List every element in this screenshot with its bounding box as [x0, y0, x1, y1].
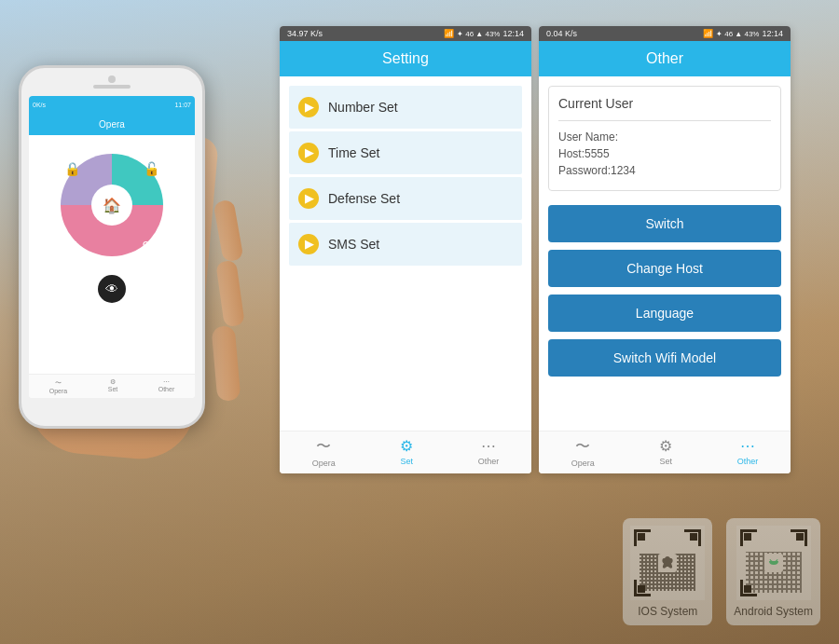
other-screen: 0.04 K/s 📶 ✦ 46 ▲ 43% 12:14 Other Curren… [539, 26, 791, 473]
main-content: 0K/s 11:07 Opera [0, 0, 839, 644]
camera-icon[interactable]: 👁 [98, 275, 126, 303]
number-set-item[interactable]: ▶ Number Set [289, 86, 522, 129]
sms-set-arrow: ▶ [298, 234, 319, 254]
setting-app-header: Setting [280, 41, 531, 76]
other-nav: 〜 Opera ⚙ Set ⋯ Other [539, 431, 791, 473]
change-host-button[interactable]: Change Host [548, 250, 781, 287]
other-speed: 0.04 K/s [546, 29, 577, 38]
setting-speed: 34.97 K/s [287, 29, 323, 38]
other-nav-set[interactable]: ⚙ Set [659, 437, 672, 468]
other-status-icons: 📶 ✦ 46 ▲ 43% 12:14 [703, 29, 783, 38]
other-nav-opera-icon: 〜 [575, 437, 590, 457]
other-nav-opera[interactable]: 〜 Opera [571, 437, 595, 468]
phone-nav: 〜 Opera ⚙ Set ⋯ Other [29, 374, 195, 398]
setting-nav-other[interactable]: ⋯ Other [478, 437, 500, 468]
screenshots-row: 34.97 K/s 📶 ✦ 46 ▲ 43% 12:14 Setting ▶ N… [280, 26, 791, 473]
phone-status-bar: 0K/s 11:07 [29, 96, 195, 113]
phone-nav-set[interactable]: ⚙ Set [108, 378, 118, 394]
setting-nav-other-label: Other [478, 457, 500, 466]
setting-nav-set[interactable]: ⚙ Set [400, 437, 413, 468]
pie-chart-control: 🔒 🔓 ON OFF 🏠 [51, 144, 172, 266]
other-nav-other-icon: ⋯ [740, 437, 755, 455]
phone-nav-other[interactable]: ⋯ Other [158, 378, 175, 394]
other-nav-set-label: Set [659, 457, 672, 466]
sms-set-item[interactable]: ▶ SMS Set [289, 223, 522, 266]
setting-status-bar: 34.97 K/s 📶 ✦ 46 ▲ 43% 12:14 [280, 26, 531, 41]
other-content: Current User User Name: Host:5555 Passwo… [539, 76, 791, 431]
other-nav-opera-label: Opera [571, 459, 595, 468]
setting-nav-opera-icon: 〜 [316, 437, 331, 457]
phone-time: 11:07 [174, 102, 191, 108]
other-nav-set-icon: ⚙ [659, 437, 672, 455]
camera-symbol: 👁 [105, 281, 118, 296]
time-set-arrow: ▶ [298, 143, 319, 163]
other-time: 12:14 [762, 29, 783, 38]
phone-screen: 0K/s 11:07 Opera [29, 96, 195, 398]
pie-center: 🏠 [93, 186, 131, 224]
current-user-title: Current User [558, 96, 771, 111]
phone-outer: 0K/s 11:07 Opera [19, 65, 205, 429]
other-battery-icon: ✦ 46 ▲ 43% [716, 30, 760, 38]
opera-nav-icon: 〜 [55, 378, 62, 388]
time-set-item[interactable]: ▶ Time Set [289, 131, 522, 174]
setting-nav-opera[interactable]: 〜 Opera [312, 437, 336, 468]
on-label: ON [64, 240, 77, 249]
phone-speaker [93, 85, 131, 89]
switch-button[interactable]: Switch [548, 205, 781, 242]
home-icon: 🏠 [103, 197, 121, 214]
number-set-arrow: ▶ [298, 97, 319, 117]
phone-camera [108, 75, 116, 83]
time-set-label: Time Set [328, 145, 380, 160]
other-status-bar: 0.04 K/s 📶 ✦ 46 ▲ 43% 12:14 [539, 26, 791, 41]
other-app-header: Other [539, 41, 791, 76]
language-button[interactable]: Language [548, 295, 781, 332]
opera-nav-label: Opera [49, 388, 67, 394]
number-set-label: Number Set [328, 100, 398, 115]
other-nav-icon: ⋯ [163, 378, 170, 386]
setting-title: Setting [382, 50, 429, 66]
phone-app-title: Opera [99, 119, 125, 130]
unlock-icon: 🔓 [144, 161, 159, 176]
setting-nav-set-icon: ⚙ [400, 437, 413, 455]
other-nav-other-label: Other [737, 457, 759, 466]
setting-battery-icon: ✦ 46 ▲ 43% [457, 30, 501, 38]
switch-wifi-model-button[interactable]: Switch Wifi Model [548, 339, 781, 377]
defense-set-item[interactable]: ▶ Defense Set [289, 177, 522, 220]
defense-set-arrow: ▶ [298, 188, 319, 209]
phone-nav-opera[interactable]: 〜 Opera [49, 378, 67, 394]
setting-status-icons: 📶 ✦ 46 ▲ 43% 12:14 [444, 29, 524, 38]
setting-signal-icon: 📶 [444, 29, 454, 38]
phone-speed: 0K/s [33, 102, 46, 108]
password-label: Password:1234 [558, 164, 771, 177]
user-name-label: User Name: [558, 130, 771, 144]
defense-set-label: Defense Set [328, 191, 400, 206]
phone-mockup: 0K/s 11:07 Opera [19, 28, 233, 457]
host-label: Host:5555 [558, 147, 771, 160]
other-title: Other [646, 50, 683, 66]
sms-set-label: SMS Set [328, 237, 379, 252]
set-nav-icon: ⚙ [110, 378, 116, 386]
setting-screen: 34.97 K/s 📶 ✦ 46 ▲ 43% 12:14 Setting ▶ N… [280, 26, 531, 473]
setting-nav: 〜 Opera ⚙ Set ⋯ Other [280, 431, 531, 473]
setting-time: 12:14 [502, 29, 524, 38]
setting-nav-set-label: Set [400, 457, 413, 466]
current-user-box: Current User User Name: Host:5555 Passwo… [548, 86, 781, 191]
setting-nav-other-icon: ⋯ [481, 437, 496, 455]
off-label: OFF [143, 240, 159, 249]
set-nav-label: Set [108, 386, 118, 392]
setting-content: ▶ Number Set ▶ Time Set ▶ Defense Set ▶ … [280, 76, 531, 431]
user-divider [558, 120, 771, 121]
other-signal-icon: 📶 [703, 29, 713, 38]
other-nav-other[interactable]: ⋯ Other [737, 437, 759, 468]
phone-app-bar: Opera [29, 113, 195, 135]
lock-icon: 🔒 [64, 161, 80, 176]
other-nav-label: Other [158, 386, 175, 392]
setting-nav-opera-label: Opera [312, 459, 336, 468]
